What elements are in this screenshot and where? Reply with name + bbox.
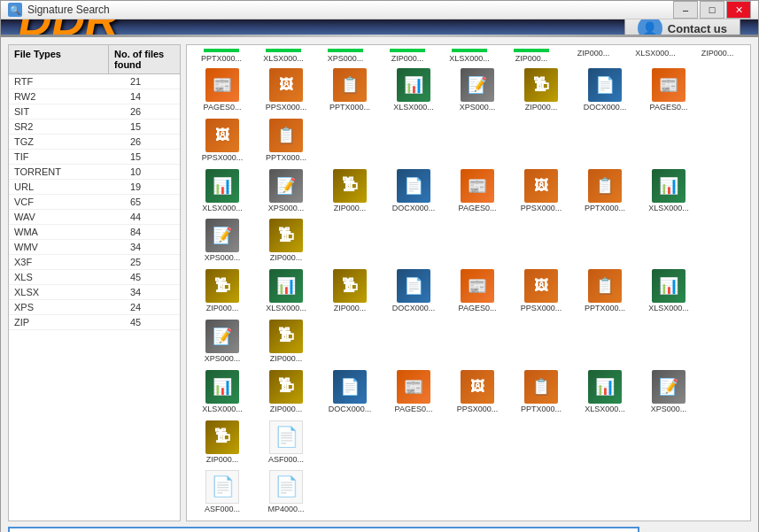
top-label: XLSX000... <box>438 54 500 63</box>
col-files-found: No. of files found <box>109 45 180 73</box>
file-item[interactable]: 📋 PPTX000... <box>318 65 382 115</box>
xps-icon: 📝 <box>205 219 239 252</box>
file-type-row[interactable]: TGZ26 <box>9 135 180 150</box>
file-label: XLSX000... <box>202 204 243 213</box>
file-label: ASF000... <box>268 455 304 465</box>
file-type-row[interactable]: WMA84 <box>9 225 180 240</box>
file-item[interactable]: 📰 PAGES0... <box>445 266 509 316</box>
file-type-row[interactable]: SIT26 <box>9 104 180 120</box>
file-types-header: File Types No. of files found <box>9 45 180 74</box>
pages-icon: 📰 <box>397 370 430 404</box>
file-item[interactable]: 📋 PPTX000... <box>509 366 573 417</box>
file-types-list[interactable]: RTF21RW214SIT26SR215TGZ26TIF15TORRENT10U… <box>9 74 180 520</box>
file-label: MP4000... <box>267 505 304 514</box>
pages-icon: 📰 <box>652 68 685 102</box>
xlsx-icon: 📊 <box>269 269 303 303</box>
pptx-icon: 📋 <box>588 269 622 303</box>
file-item[interactable]: 🖼 PPSX000... <box>509 266 573 316</box>
maximize-button[interactable]: □ <box>700 1 724 19</box>
file-item[interactable]: 🗜 ZIP000... <box>318 266 382 316</box>
file-label: ZIP000... <box>206 304 239 313</box>
file-type-row[interactable]: TIF15 <box>9 150 180 165</box>
pptx-icon: 📋 <box>333 68 367 102</box>
file-item[interactable]: 📄 DOCX000... <box>318 366 382 417</box>
file-label: PPTX000... <box>585 304 625 313</box>
window-icon: 🔍 <box>8 3 22 17</box>
grid-top-labels-row: PPTX000...XLSX000...XPS000...ZIP000...XL… <box>190 49 747 63</box>
file-item[interactable]: 📝 XPS000... <box>637 366 701 417</box>
file-type-row[interactable]: ZIP45 <box>9 315 180 330</box>
ppsx-icon: 🖼 <box>205 119 239 152</box>
file-item[interactable]: 📝 XPS000... <box>190 215 254 266</box>
file-label: PPSX000... <box>521 304 562 313</box>
file-label: PPSX000... <box>521 204 562 213</box>
zip-icon: 🗜 <box>524 68 558 102</box>
file-item[interactable]: 🗜 ZIP000... <box>509 65 573 115</box>
file-grid-row: 🗜 ZIP000... 📊 XLSX000... 🗜 ZIP000... 📄 D… <box>190 266 747 366</box>
file-item[interactable]: 📊 XLSX000... <box>637 266 701 316</box>
file-item[interactable]: 📄 DOCX000... <box>382 166 445 216</box>
file-item[interactable]: 📋 PPTX000... <box>254 115 318 166</box>
file-item[interactable]: 📝 XPS000... <box>254 166 318 216</box>
file-item[interactable]: 🖼 PPSX000... <box>509 166 573 216</box>
pptx-icon: 📋 <box>269 119 303 152</box>
file-item[interactable]: 📊 XLSX000... <box>382 65 445 115</box>
file-item[interactable]: 📝 XPS000... <box>190 316 254 366</box>
file-label: PAGES0... <box>650 103 688 112</box>
file-item[interactable]: 📄 MP4000... <box>254 466 318 517</box>
close-button[interactable]: ✕ <box>726 1 751 19</box>
file-label: DOCX000... <box>392 204 436 213</box>
file-item[interactable]: 🖼 PPSX000... <box>190 115 254 166</box>
window-controls: – □ ✕ <box>673 1 751 19</box>
file-item[interactable]: 🗜 ZIP000... <box>318 166 382 216</box>
ppsx-icon: 🖼 <box>524 269 558 303</box>
file-item[interactable]: 📊 XLSX000... <box>190 166 254 216</box>
file-item[interactable]: 🗜 ZIP000... <box>254 215 318 266</box>
file-type-row[interactable]: URL19 <box>9 180 180 195</box>
file-item[interactable]: 📄 DOCX000... <box>573 65 637 115</box>
file-item[interactable]: 🗜 ZIP000... <box>254 366 318 417</box>
file-type-row[interactable]: XLS45 <box>9 270 180 285</box>
file-item[interactable]: 🗜 ZIP000... <box>254 316 318 366</box>
content-area: File Types No. of files found RTF21RW214… <box>8 44 751 521</box>
file-item[interactable]: 🖼 PPSX000... <box>445 366 509 417</box>
file-type-row[interactable]: RW214 <box>9 89 180 104</box>
file-item[interactable]: 📝 XPS000... <box>445 65 509 115</box>
file-type-row[interactable]: TORRENT10 <box>9 165 180 180</box>
file-item[interactable]: 📄 DOCX000... <box>382 266 445 316</box>
file-type-row[interactable]: WMV34 <box>9 240 180 255</box>
file-type-row[interactable]: WAV44 <box>9 210 180 225</box>
file-label: PPTX000... <box>266 153 306 163</box>
file-item[interactable]: 📰 PAGES0... <box>637 65 701 115</box>
progress-indicator <box>328 49 363 52</box>
file-type-row[interactable]: XPS24 <box>9 300 180 315</box>
top-label: ZIP000... <box>562 49 624 58</box>
file-item[interactable]: 📄 ASF000... <box>190 466 254 517</box>
file-item[interactable]: 📋 PPTX000... <box>573 266 637 316</box>
file-item[interactable]: 📄 ASF000... <box>254 417 318 467</box>
file-item[interactable]: 🗜 ZIP000... <box>190 417 254 467</box>
file-grid-panel[interactable]: PPTX000...XLSX000...XPS000...ZIP000...XL… <box>186 44 751 521</box>
file-label: XPS000... <box>651 405 687 414</box>
file-type-row[interactable]: SR215 <box>9 120 180 135</box>
file-item[interactable]: 📊 XLSX000... <box>637 166 701 216</box>
file-item[interactable]: 📰 PAGES0... <box>190 65 254 115</box>
file-item[interactable]: 🖼 PPSX000... <box>254 65 318 115</box>
file-item[interactable]: 📋 PPTX000... <box>573 166 637 216</box>
file-label: XPS000... <box>460 103 496 112</box>
minimize-button[interactable]: – <box>673 1 698 19</box>
file-item[interactable]: 📊 XLSX000... <box>190 366 254 417</box>
file-item[interactable]: 🗜 ZIP000... <box>190 266 254 316</box>
file-item[interactable]: 📊 XLSX000... <box>254 266 318 316</box>
file-type-row[interactable]: X3F25 <box>9 255 180 270</box>
file-type-row[interactable]: VCF65 <box>9 195 180 210</box>
file-item[interactable]: 📰 PAGES0... <box>445 166 509 216</box>
docx-icon: 📄 <box>397 269 430 303</box>
file-type-row[interactable]: RTF21 <box>9 74 180 89</box>
contact-button[interactable]: 👤 Contact us <box>624 19 740 37</box>
top-label: XLSX000... <box>624 49 686 58</box>
file-item[interactable]: 📊 XLSX000... <box>573 366 637 417</box>
file-item[interactable]: 📰 PAGES0... <box>382 366 445 417</box>
file-label: PPTX000... <box>585 204 625 213</box>
file-type-row[interactable]: XLSX34 <box>9 285 180 300</box>
